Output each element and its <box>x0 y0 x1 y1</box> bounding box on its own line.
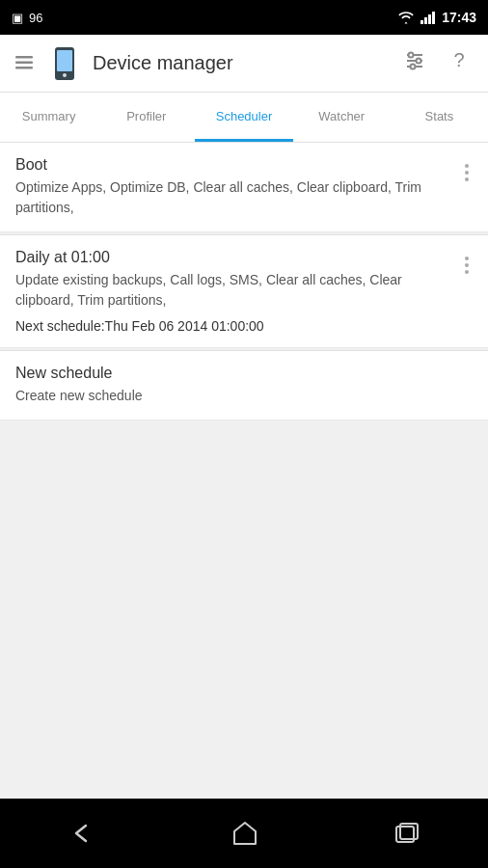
content-area: Boot Optimize Apps, Optimize DB, Clear a… <box>0 143 488 799</box>
help-icon[interactable]: ? <box>442 43 476 84</box>
new-schedule-title: New schedule <box>15 365 473 382</box>
daily-schedule-content: Daily at 01:00 Update existing backups, … <box>15 249 453 334</box>
app-bar-actions: ? <box>397 43 476 84</box>
svg-point-14 <box>417 58 421 63</box>
next-schedule: Next schedule:Thu Feb 06 2014 01:00:00 <box>15 318 453 334</box>
daily-title: Daily at 01:00 <box>15 249 453 266</box>
svg-rect-1 <box>424 17 427 24</box>
settings-sliders-icon[interactable] <box>397 43 432 84</box>
tab-watcher[interactable]: Watcher <box>293 93 391 142</box>
boot-schedule-content: Boot Optimize Apps, Optimize DB, Clear a… <box>15 156 453 218</box>
app-title: Device manager <box>93 52 388 74</box>
svg-point-15 <box>411 64 416 68</box>
new-schedule-content: New schedule Create new schedule <box>15 365 473 406</box>
status-bar: ▣ 96 17:43 <box>0 0 488 35</box>
daily-menu-button[interactable] <box>453 253 473 278</box>
tab-stats[interactable]: Stats <box>391 93 488 142</box>
boot-title: Boot <box>15 156 453 174</box>
svg-rect-6 <box>15 67 33 69</box>
svg-rect-4 <box>15 56 33 59</box>
new-schedule-desc: Create new schedule <box>15 386 473 406</box>
app-bar: Device manager ? <box>0 35 488 93</box>
svg-rect-0 <box>420 20 423 24</box>
list-item[interactable]: Daily at 01:00 Update existing backups, … <box>0 235 488 348</box>
svg-rect-5 <box>15 62 33 65</box>
battery-level: 96 <box>29 11 42 25</box>
svg-rect-8 <box>57 50 72 71</box>
svg-rect-2 <box>428 14 431 24</box>
tab-bar: Summary Profiler Scheduler Watcher Stats <box>0 93 488 143</box>
home-button[interactable] <box>209 811 281 855</box>
tab-profiler[interactable]: Profiler <box>97 93 195 142</box>
menu-icon[interactable] <box>12 48 37 78</box>
screen-icon: ▣ <box>12 11 23 25</box>
list-item[interactable]: New schedule Create new schedule <box>0 351 488 420</box>
boot-menu-button[interactable] <box>453 160 473 185</box>
recent-apps-button[interactable] <box>371 813 443 854</box>
svg-rect-3 <box>432 12 435 24</box>
svg-point-9 <box>63 73 67 77</box>
tab-summary[interactable]: Summary <box>0 93 97 142</box>
clock: 17:43 <box>442 10 476 25</box>
list-item[interactable]: Boot Optimize Apps, Optimize DB, Clear a… <box>0 143 488 232</box>
back-button[interactable] <box>45 812 119 854</box>
svg-point-13 <box>409 52 414 57</box>
svg-text:?: ? <box>453 49 464 70</box>
wifi-icon <box>397 11 415 24</box>
daily-desc: Update existing backups, Call logs, SMS,… <box>15 270 453 311</box>
tab-scheduler[interactable]: Scheduler <box>195 93 292 142</box>
boot-desc: Optimize Apps, Optimize DB, Clear all ca… <box>15 177 453 218</box>
device-icon <box>46 45 83 82</box>
signal-icon <box>420 11 436 24</box>
status-left: ▣ 96 <box>12 11 42 25</box>
status-right: 17:43 <box>397 10 476 25</box>
nav-bar <box>0 799 488 868</box>
